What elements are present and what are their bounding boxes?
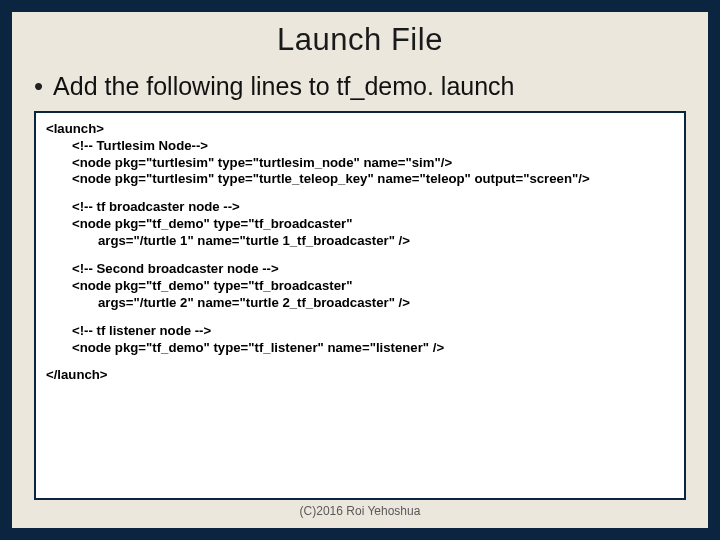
code-line: <node pkg="tf_demo" type="tf_broadcaster… bbox=[46, 216, 674, 233]
code-line: <!-- tf listener node --> bbox=[46, 323, 674, 340]
code-box: <launch> <!-- Turtlesim Node--> <node pk… bbox=[34, 111, 686, 500]
bullet-marker: • bbox=[34, 72, 43, 101]
footer-copyright: (C)2016 Roi Yehoshua bbox=[34, 500, 686, 520]
code-line: </launch> bbox=[46, 367, 674, 384]
code-line: <node pkg="tf_demo" type="tf_broadcaster… bbox=[46, 278, 674, 295]
code-line: <node pkg="tf_demo" type="tf_listener" n… bbox=[46, 340, 674, 357]
code-line: <node pkg="turtlesim" type="turtle_teleo… bbox=[46, 171, 674, 188]
slide-title: Launch File bbox=[34, 22, 686, 58]
code-block-4: <!-- tf listener node --> <node pkg="tf_… bbox=[46, 323, 674, 357]
code-block-1: <launch> <!-- Turtlesim Node--> <node pk… bbox=[46, 121, 674, 189]
code-block-3: <!-- Second broadcaster node --> <node p… bbox=[46, 261, 674, 312]
code-line: <node pkg="turtlesim" type="turtlesim_no… bbox=[46, 155, 674, 172]
code-block-2: <!-- tf broadcaster node --> <node pkg="… bbox=[46, 199, 674, 250]
slide: Launch File • Add the following lines to… bbox=[12, 12, 708, 528]
code-line: <!-- Turtlesim Node--> bbox=[46, 138, 674, 155]
code-line: args="/turtle 1" name="turtle 1_tf_broad… bbox=[46, 233, 674, 250]
code-block-5: </launch> bbox=[46, 367, 674, 384]
code-line: args="/turtle 2" name="turtle 2_tf_broad… bbox=[46, 295, 674, 312]
bullet-text: Add the following lines to tf_demo. laun… bbox=[53, 72, 514, 101]
bullet-row: • Add the following lines to tf_demo. la… bbox=[34, 72, 686, 101]
code-line: <!-- Second broadcaster node --> bbox=[46, 261, 674, 278]
code-line: <!-- tf broadcaster node --> bbox=[46, 199, 674, 216]
code-line: <launch> bbox=[46, 121, 674, 138]
